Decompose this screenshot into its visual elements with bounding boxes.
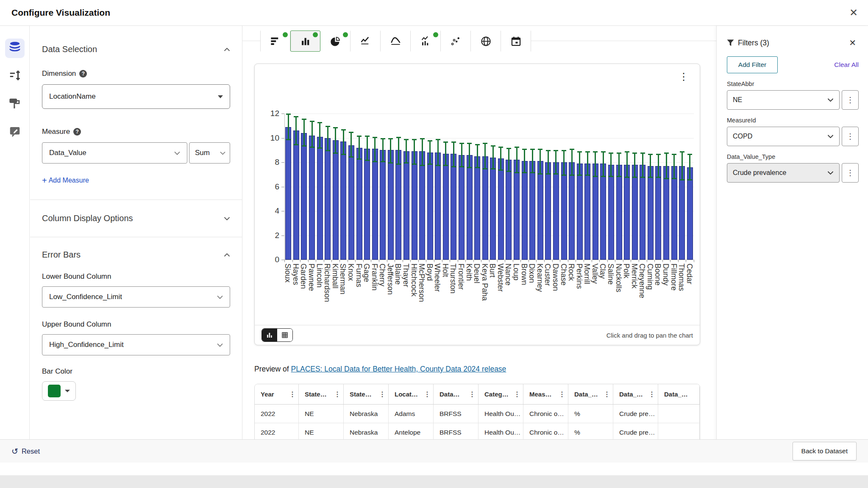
x-tick-mark [552, 260, 553, 262]
bar-chart-card[interactable]: ⋮ 024681012 SiouxHayesGardenPawneeLincol… [254, 64, 700, 345]
column-menu-kebab-icon[interactable]: ⋮ [469, 390, 476, 398]
help-icon[interactable]: ? [79, 70, 87, 78]
chart-type-combo[interactable] [411, 30, 441, 52]
modal-header: Configure Visualization ✕ [0, 0, 868, 26]
bar-color-picker[interactable] [42, 381, 76, 401]
x-category-label: Polk [622, 263, 631, 278]
column-menu-kebab-icon[interactable]: ⋮ [648, 390, 655, 398]
rail-item-axis-options[interactable] [5, 67, 25, 86]
add-filter-button[interactable]: Add Filter [727, 56, 778, 73]
dimension-value: LocationName [49, 92, 96, 101]
filter-value-select[interactable]: Crude prevalence [727, 163, 840, 183]
column-header[interactable]: Categ…⋮ [479, 384, 523, 404]
toggle-chart-view[interactable] [262, 329, 277, 341]
error-bar [666, 152, 667, 179]
error-bar-cap [443, 165, 448, 166]
error-bar-cap [593, 176, 598, 177]
measure-column-select[interactable]: Data_Value [42, 142, 187, 164]
error-bar-cap [632, 177, 637, 178]
column-display-title: Column Display Options [42, 214, 133, 223]
error-bar [445, 141, 446, 166]
data-selection-section-header[interactable]: Data Selection [42, 26, 230, 54]
column-header[interactable]: Year⋮ [255, 384, 299, 404]
combo-chart-icon [420, 36, 431, 47]
filter-options-kebab-icon[interactable]: ⋮ [842, 163, 859, 183]
column-header[interactable]: Meas…⋮ [523, 384, 568, 404]
column-menu-kebab-icon[interactable]: ⋮ [289, 390, 296, 398]
dimension-select[interactable]: LocationName [42, 84, 230, 109]
error-bar-cap [326, 126, 330, 127]
x-tick-mark [599, 260, 600, 262]
bar [301, 133, 307, 260]
reset-button[interactable]: ↺ Reset [11, 446, 40, 456]
column-menu-kebab-icon[interactable]: ⋮ [379, 390, 386, 398]
chart-type-scatter[interactable] [441, 30, 471, 52]
upper-bound-select[interactable]: High_Confidence_Limit [42, 334, 230, 355]
error-bar-cap [585, 175, 590, 176]
back-to-dataset-button[interactable]: Back to Dataset [793, 442, 857, 460]
filters-close-icon[interactable]: ✕ [846, 37, 859, 49]
chart-type-column[interactable] [290, 30, 320, 52]
chart-type-bar[interactable] [260, 30, 290, 52]
chart-type-calendar[interactable] [501, 30, 531, 52]
error-bar-cap [349, 156, 353, 158]
chart-type-pie[interactable] [320, 30, 351, 52]
error-bar [461, 143, 462, 167]
rail-item-presentation[interactable] [5, 94, 25, 114]
chart-type-line[interactable] [351, 30, 381, 52]
measure-aggregation-select[interactable]: Sum [189, 142, 230, 164]
bar [624, 165, 630, 260]
axis-options-icon [8, 69, 21, 83]
error-bars-section-header[interactable]: Error Bars [42, 237, 230, 260]
x-tick-mark [489, 260, 490, 262]
chevron-down-icon [220, 151, 225, 155]
plot-area[interactable]: SiouxHayesGardenPawneeLincolnRichardsonK… [284, 114, 694, 260]
bar [514, 160, 520, 260]
column-header-label: Locat… [395, 391, 418, 398]
chart-type-map[interactable] [471, 30, 501, 52]
column-header[interactable]: Locat…⋮ [389, 384, 434, 404]
add-measure-button[interactable]: + Add Measure [42, 176, 89, 185]
error-bar [469, 143, 470, 168]
x-tick-mark [442, 260, 442, 262]
column-header[interactable]: Data_…⋮ [613, 384, 658, 404]
column-header[interactable]: Data_…⋮ [568, 384, 613, 404]
error-bar [650, 154, 651, 178]
help-icon[interactable]: ? [73, 128, 81, 136]
rail-item-annotations[interactable] [5, 122, 25, 142]
column-header[interactable]: Data_… [658, 384, 700, 404]
table-cell: Antelope [389, 423, 434, 441]
lower-bound-select[interactable]: Low_Confidence_Limit [42, 286, 230, 308]
table-cell: Nebraska [344, 405, 389, 423]
chart-menu-kebab-icon[interactable]: ⋮ [679, 72, 689, 82]
toggle-table-view[interactable] [277, 329, 292, 341]
column-header[interactable]: Data…⋮ [434, 384, 479, 404]
chevron-down-icon [827, 171, 834, 175]
chevron-down-icon [217, 343, 223, 347]
column-display-section-header[interactable]: Column Display Options [42, 200, 230, 237]
error-bar-cap [640, 152, 645, 154]
column-header[interactable]: State…⋮ [344, 384, 389, 404]
x-category-label: Gage [362, 263, 371, 282]
bar [443, 154, 449, 260]
clear-all-link[interactable]: Clear All [834, 61, 859, 69]
error-bar-cap [664, 152, 669, 154]
column-header[interactable]: State…⋮ [299, 384, 344, 404]
column-menu-kebab-icon[interactable]: ⋮ [334, 390, 341, 398]
rail-item-data-source[interactable] [5, 39, 25, 58]
chart-type-area[interactable] [381, 30, 411, 52]
x-tick-mark [292, 260, 293, 262]
column-menu-kebab-icon[interactable]: ⋮ [514, 390, 520, 398]
filter-options-kebab-icon[interactable]: ⋮ [842, 90, 859, 110]
column-menu-kebab-icon[interactable]: ⋮ [604, 390, 610, 398]
chevron-down-icon [827, 98, 834, 102]
column-menu-kebab-icon[interactable]: ⋮ [424, 390, 431, 398]
close-icon[interactable]: ✕ [846, 5, 861, 20]
column-menu-kebab-icon[interactable]: ⋮ [559, 390, 565, 398]
filters-title: Filters (3) [738, 39, 769, 47]
filter-options-kebab-icon[interactable]: ⋮ [842, 127, 859, 146]
filter-value-select[interactable]: NE [727, 90, 840, 110]
dataset-link[interactable]: PLACES: Local Data for Better Health, Co… [291, 365, 506, 373]
filter-value-select[interactable]: COPD [727, 127, 840, 146]
error-bar [682, 151, 683, 180]
